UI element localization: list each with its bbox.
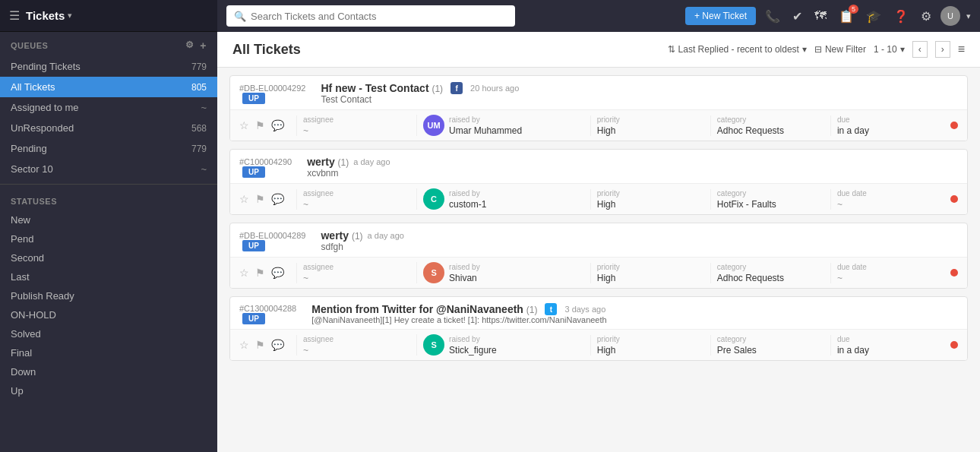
- next-page-button[interactable]: ›: [935, 41, 950, 58]
- priority-field: priority High: [590, 115, 710, 136]
- phone-icon-button[interactable]: 📞: [762, 6, 783, 27]
- sort-button[interactable]: ⇅ Last Replied - recent to oldest ▾: [668, 44, 807, 55]
- filter-label: New Filter: [825, 44, 866, 55]
- sidebar-item-all-tickets[interactable]: All Tickets 805: [0, 77, 217, 97]
- ticket-badge-col: #DB-EL00004292 UP: [239, 84, 305, 104]
- twitter-icon: t: [545, 303, 557, 315]
- pagination-text: 1 - 10: [874, 44, 897, 55]
- sort-label: Last Replied - recent to oldest: [678, 44, 799, 55]
- ticket-info: werty (1) a day ago sdfgh: [321, 229, 958, 252]
- comment-button[interactable]: 💬: [271, 119, 284, 131]
- raised-by-field: S raised by Shivan: [416, 262, 590, 283]
- assignee-value: ~: [303, 199, 410, 210]
- status-item-solved[interactable]: Solved: [0, 324, 217, 343]
- list-menu-button[interactable]: ≡: [958, 43, 965, 56]
- ticket-info: Mention from Twitter for @NaniNavaneeth …: [311, 303, 958, 324]
- due-value: in a day: [837, 345, 944, 356]
- priority-label: priority: [597, 335, 704, 343]
- comment-button[interactable]: 💬: [271, 267, 284, 279]
- notification-icon-button[interactable]: 📋 5: [836, 6, 857, 27]
- ticket-badge-col: #C1300004288 UP: [239, 304, 296, 324]
- star-button[interactable]: ☆: [239, 193, 249, 205]
- ticket-card: #DB-EL00004292 UP Hf new - Test Contact …: [229, 75, 968, 141]
- category-value: Pre Sales: [717, 345, 824, 356]
- ticket-title: werty (1): [321, 229, 362, 242]
- sidebar-item-unresponded[interactable]: UnResponded 568: [0, 118, 217, 138]
- sidebar-item-sector10[interactable]: Sector 10 ~: [0, 159, 217, 179]
- ticket-card: #C100004290 UP werty (1) a day ago xcvbn…: [229, 149, 968, 215]
- ticket-list: #DB-EL00004292 UP Hf new - Test Contact …: [217, 68, 980, 452]
- gear-icon[interactable]: ⚙: [185, 40, 194, 52]
- ticket-meta: ☆ ⚑ 💬 assignee ~ S raised by Stick_figur…: [230, 329, 967, 360]
- flag-button[interactable]: ⚑: [255, 339, 265, 351]
- comment-button[interactable]: 💬: [271, 339, 284, 351]
- star-button[interactable]: ☆: [239, 267, 249, 279]
- raised-by-value: custom-1: [449, 199, 486, 210]
- avatar[interactable]: U: [940, 6, 960, 26]
- sidebar-item-pending[interactable]: Pending 779: [0, 138, 217, 159]
- assignee-field: assignee ~: [296, 263, 416, 283]
- ticket-time: a day ago: [368, 231, 404, 240]
- priority-value: High: [597, 345, 704, 356]
- flag-button[interactable]: ⚑: [255, 193, 265, 205]
- sidebar-item-count: ~: [201, 163, 207, 175]
- category-label: category: [717, 115, 824, 124]
- status-item-on-hold[interactable]: ON-HOLD: [0, 305, 217, 324]
- category-field: category Pre Sales: [710, 335, 830, 356]
- sidebar-item-pending-tickets[interactable]: Pending Tickets 779: [0, 56, 217, 77]
- category-value: Adhoc Requests: [717, 125, 824, 136]
- avatar: C: [423, 188, 444, 210]
- add-queue-icon[interactable]: +: [200, 40, 207, 52]
- ticket-id: #DB-EL00004292: [239, 84, 305, 93]
- ticket-meta: ☆ ⚑ 💬 assignee ~ C raised by custom-1 p: [230, 183, 967, 214]
- status-item-second[interactable]: Second: [0, 248, 217, 267]
- raised-by-value: Umar Muhammed: [449, 125, 522, 136]
- new-ticket-button[interactable]: + New Ticket: [685, 7, 756, 25]
- help-icon-button[interactable]: ❓: [890, 6, 912, 27]
- search-input[interactable]: [251, 11, 507, 22]
- map-icon-button[interactable]: 🗺: [811, 6, 830, 26]
- ticket-header: #C100004290 UP werty (1) a day ago xcvbn…: [230, 150, 967, 183]
- search-bar[interactable]: 🔍: [226, 5, 515, 27]
- status-item-up[interactable]: Up: [0, 381, 217, 400]
- assignee-label: assignee: [303, 335, 410, 343]
- status-item-pend[interactable]: Pend: [0, 229, 217, 248]
- due-label: due date: [837, 189, 944, 198]
- meta-actions: ☆ ⚑ 💬: [239, 119, 284, 131]
- status-item-down[interactable]: Down: [0, 362, 217, 381]
- ticket-badge-col: #DB-EL00004289 UP: [239, 231, 305, 251]
- ticket-id: #C100004290: [239, 157, 292, 166]
- status-item-publish-ready[interactable]: Publish Ready: [0, 286, 217, 305]
- hat-icon-button[interactable]: 🎓: [863, 6, 884, 27]
- sidebar-item-assigned-to-me[interactable]: Assigned to me ~: [0, 97, 217, 118]
- flag-button[interactable]: ⚑: [255, 267, 265, 279]
- flag-button[interactable]: ⚑: [255, 119, 265, 131]
- meta-actions: ☆ ⚑ 💬: [239, 267, 284, 279]
- chevron-down-icon: ▾: [68, 11, 72, 21]
- check-icon-button[interactable]: ✔: [789, 6, 805, 27]
- sidebar: ☰ Tickets ▾ QUEUES ⚙ + Pending Tickets 7…: [0, 0, 217, 452]
- category-field: category Adhoc Requests: [710, 115, 830, 136]
- ticket-time: 3 days ago: [564, 305, 605, 314]
- chevron-down-icon[interactable]: ▾: [966, 11, 971, 21]
- prev-page-button[interactable]: ‹: [912, 41, 928, 58]
- ticket-subtitle: Test Contact: [321, 94, 958, 105]
- ticket-meta: ☆ ⚑ 💬 assignee ~ UM raised by Umar Muham…: [230, 109, 967, 141]
- filter-button[interactable]: ⊟ New Filter: [814, 44, 866, 55]
- priority-indicator: [950, 341, 958, 349]
- ticket-time: 20 hours ago: [470, 84, 519, 93]
- status-item-final[interactable]: Final: [0, 343, 217, 362]
- comment-button[interactable]: 💬: [271, 193, 284, 205]
- assignee-field: assignee ~: [296, 335, 416, 356]
- due-label: due: [837, 335, 944, 343]
- raised-by-value: Shivan: [449, 273, 480, 283]
- ticket-info: Hf new - Test Contact (1) f 20 hours ago…: [321, 82, 958, 105]
- status-item-new[interactable]: New: [0, 210, 217, 229]
- star-button[interactable]: ☆: [239, 339, 249, 351]
- raised-by-label: raised by: [449, 115, 522, 124]
- star-button[interactable]: ☆: [239, 119, 249, 131]
- status-item-last[interactable]: Last: [0, 267, 217, 286]
- settings-icon-button[interactable]: ⚙: [918, 6, 934, 27]
- category-label: category: [717, 189, 824, 198]
- category-label: category: [717, 335, 824, 343]
